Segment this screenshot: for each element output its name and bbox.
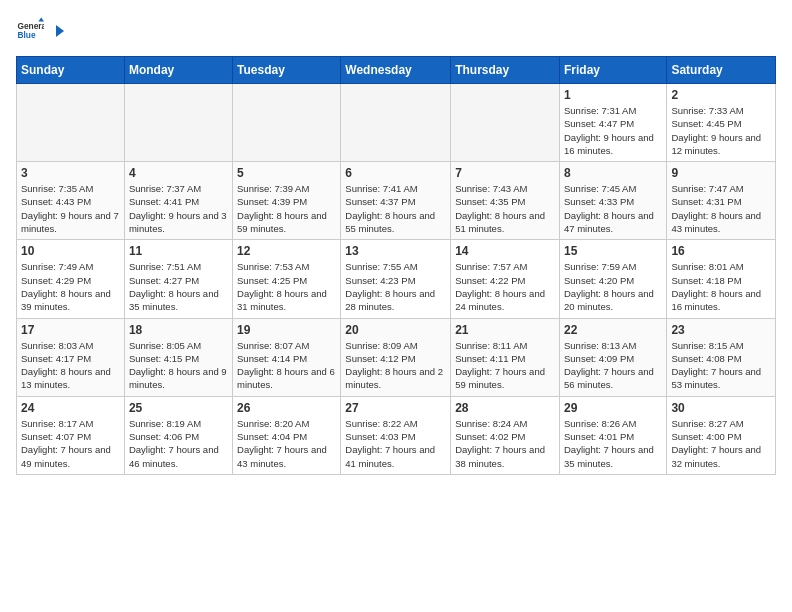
day-number: 8 [564, 166, 662, 180]
day-number: 10 [21, 244, 120, 258]
day-number: 20 [345, 323, 446, 337]
calendar-cell [124, 84, 232, 162]
day-number: 7 [455, 166, 555, 180]
day-number: 22 [564, 323, 662, 337]
day-info: Sunrise: 8:15 AM Sunset: 4:08 PM Dayligh… [671, 339, 771, 392]
weekday-header: Sunday [17, 57, 125, 84]
day-number: 15 [564, 244, 662, 258]
day-number: 3 [21, 166, 120, 180]
calendar-cell: 28Sunrise: 8:24 AM Sunset: 4:02 PM Dayli… [451, 396, 560, 474]
day-info: Sunrise: 8:27 AM Sunset: 4:00 PM Dayligh… [671, 417, 771, 470]
calendar-cell: 6Sunrise: 7:41 AM Sunset: 4:37 PM Daylig… [341, 162, 451, 240]
calendar-cell: 21Sunrise: 8:11 AM Sunset: 4:11 PM Dayli… [451, 318, 560, 396]
day-number: 21 [455, 323, 555, 337]
calendar-cell: 19Sunrise: 8:07 AM Sunset: 4:14 PM Dayli… [233, 318, 341, 396]
day-info: Sunrise: 7:59 AM Sunset: 4:20 PM Dayligh… [564, 260, 662, 313]
day-info: Sunrise: 8:03 AM Sunset: 4:17 PM Dayligh… [21, 339, 120, 392]
day-info: Sunrise: 8:13 AM Sunset: 4:09 PM Dayligh… [564, 339, 662, 392]
calendar-week-row: 24Sunrise: 8:17 AM Sunset: 4:07 PM Dayli… [17, 396, 776, 474]
header: General Blue [16, 16, 776, 44]
calendar-cell [17, 84, 125, 162]
svg-marker-3 [56, 25, 64, 37]
day-info: Sunrise: 7:49 AM Sunset: 4:29 PM Dayligh… [21, 260, 120, 313]
day-info: Sunrise: 8:09 AM Sunset: 4:12 PM Dayligh… [345, 339, 446, 392]
logo: General Blue [16, 16, 64, 44]
day-info: Sunrise: 7:41 AM Sunset: 4:37 PM Dayligh… [345, 182, 446, 235]
calendar-cell: 8Sunrise: 7:45 AM Sunset: 4:33 PM Daylig… [559, 162, 666, 240]
day-info: Sunrise: 8:22 AM Sunset: 4:03 PM Dayligh… [345, 417, 446, 470]
calendar-cell: 25Sunrise: 8:19 AM Sunset: 4:06 PM Dayli… [124, 396, 232, 474]
calendar-cell: 26Sunrise: 8:20 AM Sunset: 4:04 PM Dayli… [233, 396, 341, 474]
calendar-cell: 12Sunrise: 7:53 AM Sunset: 4:25 PM Dayli… [233, 240, 341, 318]
calendar-week-row: 10Sunrise: 7:49 AM Sunset: 4:29 PM Dayli… [17, 240, 776, 318]
day-number: 23 [671, 323, 771, 337]
day-info: Sunrise: 7:39 AM Sunset: 4:39 PM Dayligh… [237, 182, 336, 235]
day-number: 12 [237, 244, 336, 258]
day-number: 5 [237, 166, 336, 180]
calendar-cell: 15Sunrise: 7:59 AM Sunset: 4:20 PM Dayli… [559, 240, 666, 318]
weekday-header: Tuesday [233, 57, 341, 84]
day-number: 18 [129, 323, 228, 337]
calendar-cell: 3Sunrise: 7:35 AM Sunset: 4:43 PM Daylig… [17, 162, 125, 240]
calendar-cell: 10Sunrise: 7:49 AM Sunset: 4:29 PM Dayli… [17, 240, 125, 318]
day-info: Sunrise: 8:05 AM Sunset: 4:15 PM Dayligh… [129, 339, 228, 392]
day-info: Sunrise: 8:01 AM Sunset: 4:18 PM Dayligh… [671, 260, 771, 313]
day-info: Sunrise: 7:47 AM Sunset: 4:31 PM Dayligh… [671, 182, 771, 235]
weekday-header: Saturday [667, 57, 776, 84]
day-info: Sunrise: 7:35 AM Sunset: 4:43 PM Dayligh… [21, 182, 120, 235]
day-number: 19 [237, 323, 336, 337]
day-info: Sunrise: 7:45 AM Sunset: 4:33 PM Dayligh… [564, 182, 662, 235]
svg-marker-2 [38, 17, 44, 21]
day-info: Sunrise: 8:07 AM Sunset: 4:14 PM Dayligh… [237, 339, 336, 392]
day-number: 17 [21, 323, 120, 337]
calendar-cell: 13Sunrise: 7:55 AM Sunset: 4:23 PM Dayli… [341, 240, 451, 318]
day-info: Sunrise: 7:53 AM Sunset: 4:25 PM Dayligh… [237, 260, 336, 313]
calendar-cell: 18Sunrise: 8:05 AM Sunset: 4:15 PM Dayli… [124, 318, 232, 396]
day-info: Sunrise: 7:33 AM Sunset: 4:45 PM Dayligh… [671, 104, 771, 157]
calendar-cell: 30Sunrise: 8:27 AM Sunset: 4:00 PM Dayli… [667, 396, 776, 474]
calendar-cell [341, 84, 451, 162]
svg-text:Blue: Blue [17, 30, 35, 40]
calendar-cell: 20Sunrise: 8:09 AM Sunset: 4:12 PM Dayli… [341, 318, 451, 396]
day-number: 14 [455, 244, 555, 258]
day-number: 26 [237, 401, 336, 415]
logo-icon: General Blue [16, 16, 44, 44]
day-info: Sunrise: 7:55 AM Sunset: 4:23 PM Dayligh… [345, 260, 446, 313]
day-number: 27 [345, 401, 446, 415]
calendar-cell: 1Sunrise: 7:31 AM Sunset: 4:47 PM Daylig… [559, 84, 666, 162]
calendar-cell: 27Sunrise: 8:22 AM Sunset: 4:03 PM Dayli… [341, 396, 451, 474]
calendar-cell: 29Sunrise: 8:26 AM Sunset: 4:01 PM Dayli… [559, 396, 666, 474]
calendar-cell [233, 84, 341, 162]
calendar-cell: 24Sunrise: 8:17 AM Sunset: 4:07 PM Dayli… [17, 396, 125, 474]
calendar-cell [451, 84, 560, 162]
calendar-cell: 17Sunrise: 8:03 AM Sunset: 4:17 PM Dayli… [17, 318, 125, 396]
weekday-header: Monday [124, 57, 232, 84]
day-info: Sunrise: 8:11 AM Sunset: 4:11 PM Dayligh… [455, 339, 555, 392]
day-number: 13 [345, 244, 446, 258]
day-info: Sunrise: 7:37 AM Sunset: 4:41 PM Dayligh… [129, 182, 228, 235]
calendar-cell: 4Sunrise: 7:37 AM Sunset: 4:41 PM Daylig… [124, 162, 232, 240]
calendar-cell: 5Sunrise: 7:39 AM Sunset: 4:39 PM Daylig… [233, 162, 341, 240]
day-info: Sunrise: 8:17 AM Sunset: 4:07 PM Dayligh… [21, 417, 120, 470]
calendar-cell: 22Sunrise: 8:13 AM Sunset: 4:09 PM Dayli… [559, 318, 666, 396]
day-number: 11 [129, 244, 228, 258]
day-info: Sunrise: 8:19 AM Sunset: 4:06 PM Dayligh… [129, 417, 228, 470]
calendar-cell: 2Sunrise: 7:33 AM Sunset: 4:45 PM Daylig… [667, 84, 776, 162]
day-number: 29 [564, 401, 662, 415]
day-number: 28 [455, 401, 555, 415]
calendar-week-row: 17Sunrise: 8:03 AM Sunset: 4:17 PM Dayli… [17, 318, 776, 396]
weekday-header: Wednesday [341, 57, 451, 84]
day-info: Sunrise: 7:57 AM Sunset: 4:22 PM Dayligh… [455, 260, 555, 313]
calendar-cell: 11Sunrise: 7:51 AM Sunset: 4:27 PM Dayli… [124, 240, 232, 318]
calendar-cell: 16Sunrise: 8:01 AM Sunset: 4:18 PM Dayli… [667, 240, 776, 318]
day-number: 9 [671, 166, 771, 180]
day-info: Sunrise: 7:51 AM Sunset: 4:27 PM Dayligh… [129, 260, 228, 313]
day-number: 6 [345, 166, 446, 180]
day-info: Sunrise: 7:43 AM Sunset: 4:35 PM Dayligh… [455, 182, 555, 235]
day-number: 1 [564, 88, 662, 102]
day-number: 4 [129, 166, 228, 180]
day-number: 2 [671, 88, 771, 102]
calendar-cell: 9Sunrise: 7:47 AM Sunset: 4:31 PM Daylig… [667, 162, 776, 240]
weekday-header: Thursday [451, 57, 560, 84]
calendar-week-row: 1Sunrise: 7:31 AM Sunset: 4:47 PM Daylig… [17, 84, 776, 162]
